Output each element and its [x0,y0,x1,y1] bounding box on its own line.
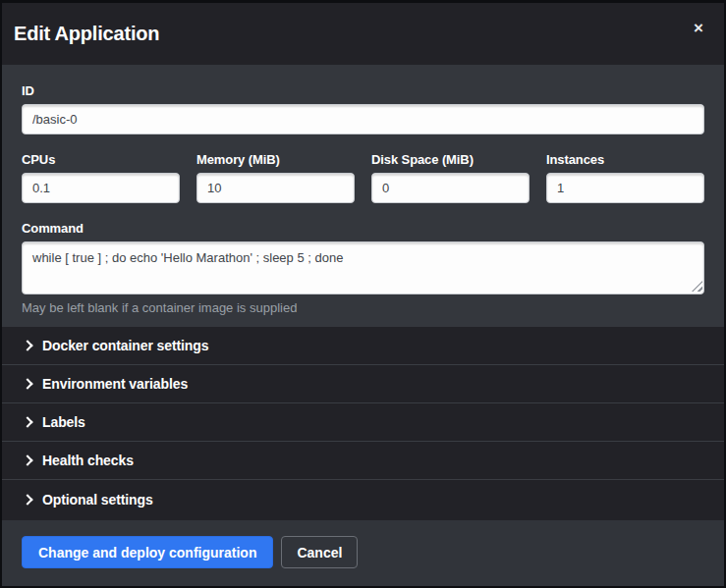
chevron-right-icon [22,340,32,350]
change-and-deploy-button[interactable]: Change and deploy configuration [22,536,273,568]
edit-application-modal: Edit Application × ID CPUs Memory (MiB) … [0,0,726,588]
id-field-group: ID [22,83,704,134]
section-optional-settings[interactable]: Optional settings [2,480,724,518]
section-label: Health checks [42,453,134,468]
chevron-right-icon [22,378,32,389]
memory-label: Memory (MiB) [196,152,355,167]
section-label: Environment variables [42,376,188,392]
chevron-right-icon [22,454,32,465]
section-label: Optional settings [42,492,153,508]
section-label: Docker container settings [42,338,208,353]
resource-fields-row: CPUs Memory (MiB) Disk Space (MiB) Insta… [22,152,704,203]
disk-space-label: Disk Space (MiB) [371,152,530,167]
section-label: Labels [42,414,85,430]
command-help-text: May be left blank if a container image i… [22,300,704,315]
disk-space-input[interactable] [371,173,530,203]
cancel-button[interactable]: Cancel [281,536,358,568]
modal-footer: Change and deploy configuration Cancel [2,520,724,586]
cpus-input[interactable] [22,173,180,203]
chevron-right-icon [22,494,32,505]
id-label: ID [22,83,704,98]
command-label: Command [22,221,704,236]
form-body: ID CPUs Memory (MiB) Disk Space (MiB) In… [2,65,724,327]
cpus-field-group: CPUs [22,152,180,203]
modal-title: Edit Application [14,23,159,45]
disk-space-field-group: Disk Space (MiB) [371,152,530,203]
instances-label: Instances [546,152,704,167]
modal-header: Edit Application × [2,3,724,65]
close-icon[interactable]: × [690,18,707,38]
chevron-right-icon [22,416,32,427]
instances-input[interactable] [546,173,704,203]
cpus-label: CPUs [22,152,180,167]
section-labels[interactable]: Labels [2,403,724,442]
command-textarea[interactable]: while [ true ] ; do echo 'Hello Marathon… [22,241,704,294]
accordion-sections: Docker container settings Environment va… [2,327,724,520]
instances-field-group: Instances [546,152,704,203]
memory-input[interactable] [196,173,355,203]
section-docker-container-settings[interactable]: Docker container settings [2,327,724,365]
memory-field-group: Memory (MiB) [196,152,355,203]
section-health-checks[interactable]: Health checks [2,442,724,480]
section-environment-variables[interactable]: Environment variables [2,365,724,403]
command-field-group: Command while [ true ] ; do echo 'Hello … [22,221,704,315]
id-input[interactable] [22,104,704,134]
